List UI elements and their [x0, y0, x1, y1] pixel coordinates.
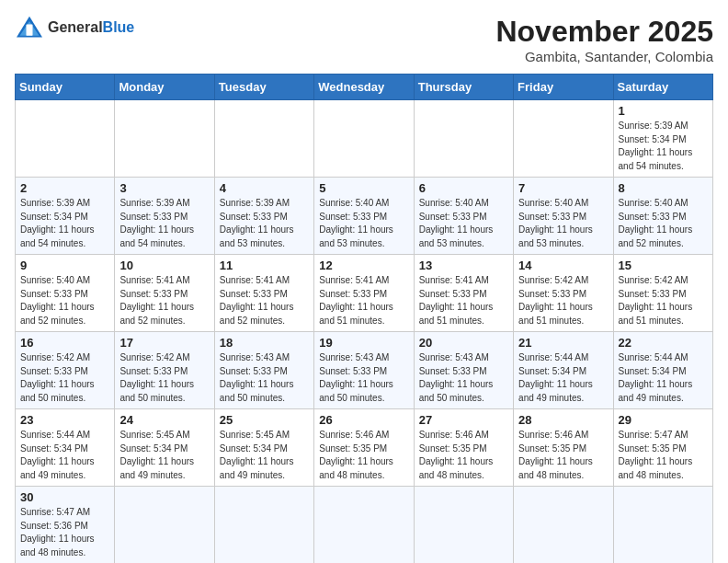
header: GeneralBlue November 2025 Gambita, Santa… — [15, 15, 713, 64]
day-cell: 4Sunrise: 5:39 AM Sunset: 5:33 PM Daylig… — [214, 178, 313, 255]
logo-text: GeneralBlue — [48, 19, 134, 36]
day-number: 21 — [518, 336, 608, 350]
day-number: 16 — [20, 336, 109, 350]
day-cell: 22Sunrise: 5:44 AM Sunset: 5:34 PM Dayli… — [613, 332, 712, 409]
day-cell — [115, 487, 214, 564]
day-number: 18 — [220, 336, 309, 350]
day-info: Sunrise: 5:40 AM Sunset: 5:33 PM Dayligh… — [518, 197, 608, 250]
day-number: 6 — [419, 181, 508, 195]
day-cell: 1Sunrise: 5:39 AM Sunset: 5:34 PM Daylig… — [613, 100, 712, 178]
day-cell — [414, 487, 513, 564]
day-number: 12 — [319, 259, 408, 272]
day-cell — [314, 487, 414, 564]
week-row-6: 30Sunrise: 5:47 AM Sunset: 5:36 PM Dayli… — [16, 487, 713, 564]
day-info: Sunrise: 5:44 AM Sunset: 5:34 PM Dayligh… — [619, 351, 708, 405]
day-cell: 9Sunrise: 5:40 AM Sunset: 5:33 PM Daylig… — [16, 255, 115, 332]
day-info: Sunrise: 5:40 AM Sunset: 5:33 PM Dayligh… — [419, 197, 508, 250]
day-cell — [115, 100, 214, 178]
day-cell: 28Sunrise: 5:46 AM Sunset: 5:35 PM Dayli… — [514, 409, 613, 487]
day-info: Sunrise: 5:44 AM Sunset: 5:34 PM Dayligh… — [518, 351, 608, 405]
logo-blue: Blue — [103, 19, 135, 35]
day-info: Sunrise: 5:44 AM Sunset: 5:34 PM Dayligh… — [20, 429, 109, 482]
day-number: 1 — [619, 104, 708, 118]
weekday-header-friday: Friday — [514, 75, 613, 100]
day-cell: 6Sunrise: 5:40 AM Sunset: 5:33 PM Daylig… — [414, 178, 513, 255]
week-row-2: 2Sunrise: 5:39 AM Sunset: 5:34 PM Daylig… — [16, 178, 713, 255]
day-number: 4 — [220, 181, 309, 195]
day-number: 9 — [20, 259, 109, 272]
day-number: 30 — [20, 490, 109, 504]
day-cell: 26Sunrise: 5:46 AM Sunset: 5:35 PM Dayli… — [314, 409, 414, 487]
day-info: Sunrise: 5:41 AM Sunset: 5:33 PM Dayligh… — [119, 274, 209, 327]
day-number: 5 — [319, 181, 408, 195]
weekday-header-tuesday: Tuesday — [214, 75, 313, 100]
svg-rect-2 — [27, 25, 33, 36]
day-info: Sunrise: 5:42 AM Sunset: 5:33 PM Dayligh… — [119, 351, 209, 405]
day-info: Sunrise: 5:42 AM Sunset: 5:33 PM Dayligh… — [518, 274, 608, 327]
day-cell — [613, 487, 712, 564]
day-cell: 12Sunrise: 5:41 AM Sunset: 5:33 PM Dayli… — [314, 255, 414, 332]
day-cell: 25Sunrise: 5:45 AM Sunset: 5:34 PM Dayli… — [214, 409, 313, 487]
day-info: Sunrise: 5:40 AM Sunset: 5:33 PM Dayligh… — [619, 197, 708, 250]
weekday-header-wednesday: Wednesday — [314, 75, 414, 100]
day-cell — [314, 100, 414, 178]
day-number: 20 — [419, 336, 508, 350]
day-cell: 24Sunrise: 5:45 AM Sunset: 5:34 PM Dayli… — [115, 409, 214, 487]
day-cell: 7Sunrise: 5:40 AM Sunset: 5:33 PM Daylig… — [514, 178, 613, 255]
location: Gambita, Santander, Colombia — [495, 49, 713, 64]
day-info: Sunrise: 5:40 AM Sunset: 5:33 PM Dayligh… — [20, 274, 109, 327]
logo-general: General — [48, 19, 103, 35]
day-cell: 3Sunrise: 5:39 AM Sunset: 5:33 PM Daylig… — [115, 178, 214, 255]
day-cell: 13Sunrise: 5:41 AM Sunset: 5:33 PM Dayli… — [414, 255, 513, 332]
day-cell: 27Sunrise: 5:46 AM Sunset: 5:35 PM Dayli… — [414, 409, 513, 487]
day-info: Sunrise: 5:46 AM Sunset: 5:35 PM Dayligh… — [319, 429, 408, 482]
day-number: 17 — [119, 336, 209, 350]
week-row-4: 16Sunrise: 5:42 AM Sunset: 5:33 PM Dayli… — [16, 332, 713, 409]
day-number: 13 — [419, 259, 508, 272]
day-info: Sunrise: 5:42 AM Sunset: 5:33 PM Dayligh… — [20, 351, 109, 405]
day-cell: 11Sunrise: 5:41 AM Sunset: 5:33 PM Dayli… — [214, 255, 313, 332]
day-cell: 30Sunrise: 5:47 AM Sunset: 5:36 PM Dayli… — [16, 487, 115, 564]
day-info: Sunrise: 5:39 AM Sunset: 5:34 PM Dayligh… — [20, 197, 109, 250]
day-cell — [514, 487, 613, 564]
day-info: Sunrise: 5:46 AM Sunset: 5:35 PM Dayligh… — [518, 429, 608, 482]
day-number: 7 — [518, 181, 608, 195]
day-cell — [16, 100, 115, 178]
weekday-header-sunday: Sunday — [16, 75, 115, 100]
day-cell: 17Sunrise: 5:42 AM Sunset: 5:33 PM Dayli… — [115, 332, 214, 409]
day-number: 2 — [20, 181, 109, 195]
day-cell: 8Sunrise: 5:40 AM Sunset: 5:33 PM Daylig… — [613, 178, 712, 255]
week-row-5: 23Sunrise: 5:44 AM Sunset: 5:34 PM Dayli… — [16, 409, 713, 487]
weekday-header-monday: Monday — [115, 75, 214, 100]
day-number: 15 — [619, 259, 708, 272]
day-info: Sunrise: 5:41 AM Sunset: 5:33 PM Dayligh… — [319, 274, 408, 327]
day-info: Sunrise: 5:42 AM Sunset: 5:33 PM Dayligh… — [619, 274, 708, 327]
day-info: Sunrise: 5:47 AM Sunset: 5:35 PM Dayligh… — [619, 429, 708, 482]
day-cell: 5Sunrise: 5:40 AM Sunset: 5:33 PM Daylig… — [314, 178, 414, 255]
day-cell: 16Sunrise: 5:42 AM Sunset: 5:33 PM Dayli… — [16, 332, 115, 409]
day-cell: 15Sunrise: 5:42 AM Sunset: 5:33 PM Dayli… — [613, 255, 712, 332]
day-cell: 10Sunrise: 5:41 AM Sunset: 5:33 PM Dayli… — [115, 255, 214, 332]
day-number: 11 — [220, 259, 309, 272]
calendar: SundayMondayTuesdayWednesdayThursdayFrid… — [15, 74, 713, 563]
day-info: Sunrise: 5:43 AM Sunset: 5:33 PM Dayligh… — [419, 351, 508, 405]
day-number: 14 — [518, 259, 608, 272]
day-info: Sunrise: 5:43 AM Sunset: 5:33 PM Dayligh… — [319, 351, 408, 405]
day-number: 29 — [619, 413, 708, 427]
day-info: Sunrise: 5:45 AM Sunset: 5:34 PM Dayligh… — [220, 429, 309, 482]
day-number: 8 — [619, 181, 708, 195]
day-number: 3 — [119, 181, 209, 195]
day-info: Sunrise: 5:43 AM Sunset: 5:33 PM Dayligh… — [220, 351, 309, 405]
day-info: Sunrise: 5:39 AM Sunset: 5:34 PM Dayligh… — [619, 120, 708, 173]
day-info: Sunrise: 5:47 AM Sunset: 5:36 PM Dayligh… — [20, 506, 109, 559]
day-info: Sunrise: 5:46 AM Sunset: 5:35 PM Dayligh… — [419, 429, 508, 482]
day-cell: 19Sunrise: 5:43 AM Sunset: 5:33 PM Dayli… — [314, 332, 414, 409]
day-number: 23 — [20, 413, 109, 427]
day-cell — [214, 487, 313, 564]
week-row-3: 9Sunrise: 5:40 AM Sunset: 5:33 PM Daylig… — [16, 255, 713, 332]
day-number: 19 — [319, 336, 408, 350]
day-cell: 18Sunrise: 5:43 AM Sunset: 5:33 PM Dayli… — [214, 332, 313, 409]
day-number: 24 — [119, 413, 209, 427]
day-number: 26 — [319, 413, 408, 427]
logo: GeneralBlue — [15, 15, 134, 40]
